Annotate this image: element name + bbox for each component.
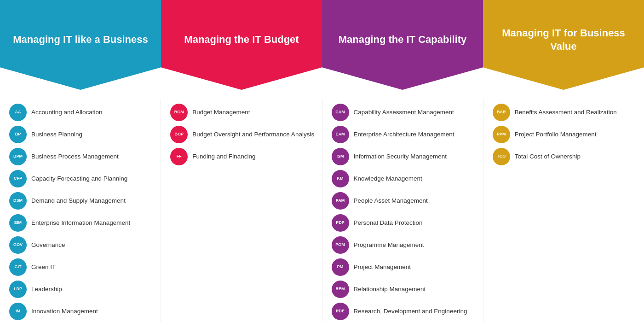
content-col2: BGMBudget ManagementBOPBudget Oversight … — [161, 99, 322, 322]
header-col2: Managing the IT Budget — [161, 0, 322, 90]
badge-tco: TCO — [493, 148, 510, 165]
list-item: CAMCapability Assessment Management — [332, 104, 476, 121]
content-col3: CAMCapability Assessment ManagementEAMEn… — [322, 99, 483, 322]
list-item: EIMEnterprise Information Management — [9, 214, 154, 232]
list-item: GITGreen IT — [9, 258, 154, 276]
item-label: Benefits Assessment and Realization — [515, 104, 617, 117]
badge-eim: EIM — [9, 214, 27, 232]
list-item: KMKnowledge Management — [332, 170, 476, 187]
list-item: RDEResearch, Development and Engineering — [332, 303, 476, 320]
badge-ism: ISM — [332, 148, 349, 165]
item-label: Budget Management — [192, 104, 250, 117]
badge-bop: BOP — [170, 126, 188, 143]
badge-bgm: BGM — [170, 104, 188, 121]
list-item: GOVGovernance — [9, 236, 154, 254]
item-label: Green IT — [31, 258, 56, 271]
badge-rde: RDE — [332, 303, 349, 320]
item-label: Governance — [31, 236, 65, 249]
badge-km: KM — [332, 170, 349, 187]
list-item: IMInnovation Management — [9, 303, 154, 320]
item-label: Programme Management — [354, 236, 424, 249]
item-label: Budget Oversight and Performance Analysi… — [192, 126, 314, 139]
item-label: Project Management — [354, 258, 411, 271]
list-item: PGMProgramme Management — [332, 236, 476, 254]
item-label: Demand and Supply Management — [31, 192, 126, 205]
list-item: PPMProject Portfolio Management — [493, 126, 637, 143]
list-item: AAAccounting and Allocation — [9, 104, 154, 121]
item-label: Innovation Management — [31, 303, 98, 316]
list-item: BGMBudget Management — [170, 104, 315, 121]
header-col3: Managing the IT Capability — [322, 0, 483, 90]
item-label: Total Cost of Ownership — [515, 148, 581, 161]
badge-cam: CAM — [332, 104, 349, 121]
badge-bp: BP — [9, 126, 27, 143]
badge-cfp: CFP — [9, 170, 27, 187]
item-label: Funding and Financing — [192, 148, 255, 161]
item-label: Personal Data Protection — [354, 214, 423, 227]
header-col1: Managing IT like a Business — [0, 0, 161, 90]
item-label: People Asset Management — [354, 192, 428, 205]
item-label: Accounting and Allocation — [31, 104, 103, 117]
list-item: LDPLeadership — [9, 281, 154, 298]
item-label: Business Process Management — [31, 148, 119, 161]
badge-bar: BAR — [493, 104, 510, 121]
list-item: BARBenefits Assessment and Realization — [493, 104, 637, 121]
item-label: Relationship Management — [354, 281, 426, 293]
list-item: BPMBusiness Process Management — [9, 148, 154, 165]
badge-gov: GOV — [9, 236, 27, 254]
item-label: Business Planning — [31, 126, 82, 139]
badge-rem: REM — [332, 281, 349, 298]
item-label: Capability Assessment Management — [354, 104, 454, 117]
badge-pgm: PGM — [332, 236, 349, 254]
badge-eam: EAM — [332, 126, 349, 143]
list-item: CFPCapacity Forecasting and Planning — [9, 170, 154, 187]
list-item: PAMPeople Asset Management — [332, 192, 476, 210]
item-label: Capacity Forecasting and Planning — [31, 170, 127, 183]
list-item: BOPBudget Oversight and Performance Anal… — [170, 126, 315, 143]
badge-pam: PAM — [332, 192, 349, 210]
content-row: AAAccounting and AllocationBPBusiness Pl… — [0, 90, 644, 322]
badge-git: GIT — [9, 258, 27, 276]
item-label: Enterprise Information Management — [31, 214, 130, 227]
header-col4: Managing IT for Business Value — [483, 0, 644, 90]
content-col4: BARBenefits Assessment and RealizationPP… — [483, 99, 644, 322]
item-label: Research, Development and Engineering — [354, 303, 467, 316]
item-label: Enterprise Architecture Management — [354, 126, 454, 139]
badge-ppm: PPM — [493, 126, 510, 143]
header-row: Managing IT like a BusinessManaging the … — [0, 0, 644, 90]
badge-dsm: DSM — [9, 192, 27, 210]
badge-pm: PM — [332, 258, 349, 276]
list-item: DSMDemand and Supply Management — [9, 192, 154, 210]
list-item: TCOTotal Cost of Ownership — [493, 148, 637, 165]
list-item: ISMInformation Security Management — [332, 148, 476, 165]
list-item: FFFunding and Financing — [170, 148, 315, 165]
item-label: Project Portfolio Management — [515, 126, 597, 139]
list-item: REMRelationship Management — [332, 281, 476, 298]
badge-im: IM — [9, 303, 27, 320]
list-item: PDPPersonal Data Protection — [332, 214, 476, 232]
item-label: Information Security Management — [354, 148, 447, 161]
item-label: Knowledge Management — [354, 170, 422, 183]
list-item: EAMEnterprise Architecture Management — [332, 126, 476, 143]
list-item: BPBusiness Planning — [9, 126, 154, 143]
page: Managing IT like a BusinessManaging the … — [0, 0, 644, 322]
badge-ff: FF — [170, 148, 188, 165]
content-col1: AAAccounting and AllocationBPBusiness Pl… — [0, 99, 161, 322]
item-label: Leadership — [31, 281, 62, 293]
badge-bpm: BPM — [9, 148, 27, 165]
badge-pdp: PDP — [332, 214, 349, 232]
list-item: PMProject Management — [332, 258, 476, 276]
badge-ldp: LDP — [9, 281, 27, 298]
badge-aa: AA — [9, 104, 27, 121]
